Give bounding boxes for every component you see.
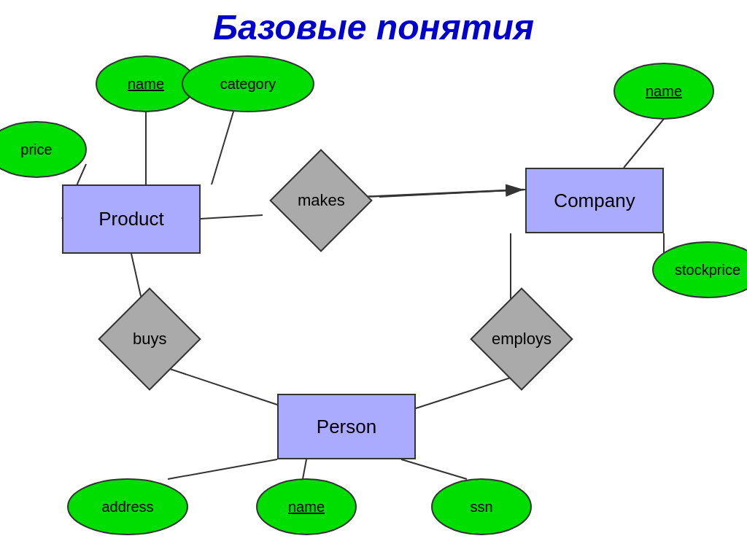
svg-line-15 — [361, 190, 524, 197]
er-diagram: namecategorypricenamestockpriceaddressna… — [0, 0, 747, 560]
svg-text:ssn: ssn — [470, 499, 492, 515]
svg-point-26 — [68, 479, 187, 534]
svg-line-5 — [624, 119, 664, 168]
svg-text:name: name — [128, 76, 164, 92]
svg-text:price: price — [20, 141, 52, 158]
svg-text:name: name — [646, 83, 682, 99]
relationship-employs: employs — [470, 287, 573, 390]
svg-line-8 — [168, 368, 277, 405]
svg-line-1 — [212, 112, 233, 184]
svg-text:address: address — [101, 499, 153, 515]
svg-point-22 — [614, 63, 713, 119]
entity-person: Person — [277, 394, 416, 459]
svg-line-3 — [201, 215, 263, 219]
svg-point-30 — [432, 479, 531, 534]
svg-line-4 — [379, 190, 525, 197]
svg-point-24 — [653, 242, 747, 298]
svg-point-20 — [0, 122, 86, 177]
svg-line-13 — [401, 459, 467, 479]
svg-line-12 — [168, 459, 277, 479]
svg-point-16 — [96, 56, 196, 112]
svg-text:name: name — [288, 499, 325, 515]
connector-lines: namecategorypricenamestockpriceaddressna… — [0, 0, 747, 560]
svg-text:category: category — [220, 76, 276, 92]
svg-line-11 — [303, 459, 306, 479]
entity-product: Product — [62, 184, 201, 254]
svg-text:stockprice: stockprice — [675, 262, 740, 278]
relationship-buys: buys — [98, 287, 201, 390]
relationship-makes: makes — [269, 149, 372, 252]
svg-point-28 — [257, 479, 356, 534]
svg-point-18 — [182, 56, 314, 112]
entity-company: Company — [525, 168, 664, 233]
